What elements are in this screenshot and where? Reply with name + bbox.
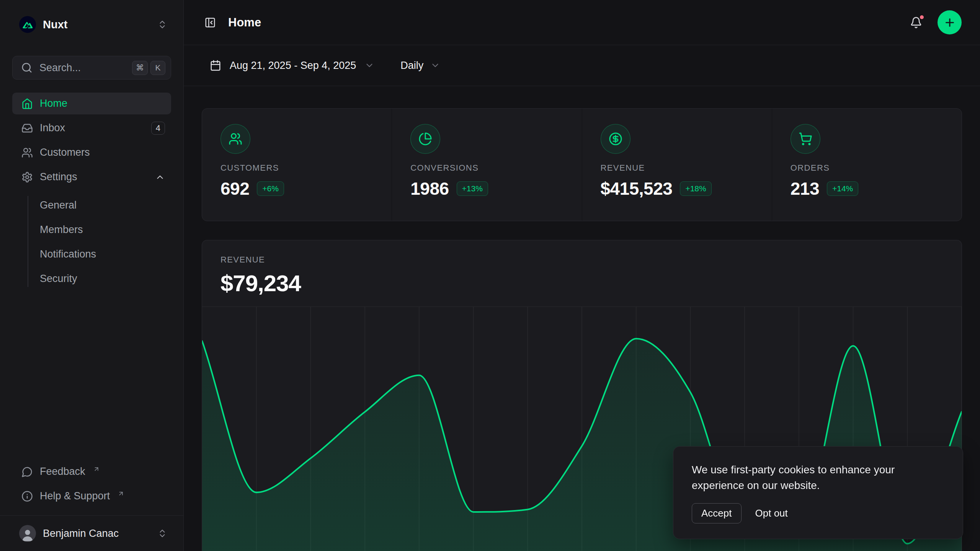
collapse-sidebar-button[interactable] <box>202 15 218 31</box>
sidebar-item-members[interactable]: Members <box>12 217 171 242</box>
external-link-icon <box>118 490 124 497</box>
sidebar-item-label: Home <box>40 98 67 109</box>
stat-label: REVENUE <box>601 163 753 173</box>
notification-dot <box>919 14 925 20</box>
users-icon <box>21 147 33 158</box>
cookie-actions: Accept Opt out <box>692 503 944 523</box>
search-placeholder: Search... <box>39 62 81 74</box>
external-link-icon <box>93 466 100 473</box>
sidebar-item-label: Feedback <box>40 466 85 478</box>
dollar-circle-icon <box>601 124 630 154</box>
sidebar-item-label: Help & Support <box>40 490 110 502</box>
granularity-select[interactable]: Daily <box>396 56 445 75</box>
revenue-chart-header: REVENUE $79,234 <box>202 240 962 297</box>
sidebar-spacer <box>12 291 171 461</box>
filter-bar: Aug 21, 2025 - Sep 4, 2025 Daily <box>184 45 980 86</box>
user-name: Benjamin Canac <box>43 528 119 540</box>
search-shortcut: ⌘ K <box>132 61 165 75</box>
sidebar-item-feedback[interactable]: Feedback <box>12 461 171 483</box>
sidebar-item-notifications[interactable]: Notifications <box>12 242 171 266</box>
subnav-label: Notifications <box>40 248 96 260</box>
stat-customers[interactable]: CUSTOMERS 692 +6% <box>202 109 392 221</box>
sidebar-nav: Home Inbox 4 Customers Settings <box>12 93 171 291</box>
stat-conversions[interactable]: CONVERSIONS 1986 +13% <box>392 109 581 221</box>
sidebar-item-home[interactable]: Home <box>12 93 171 114</box>
sidebar-item-label: Settings <box>40 171 77 183</box>
stat-delta-badge: +13% <box>457 181 488 196</box>
user-menu[interactable]: Benjamin Canac <box>12 522 171 545</box>
sidebar-item-security[interactable]: Security <box>12 266 171 291</box>
stat-label: CUSTOMERS <box>220 163 373 173</box>
pie-chart-icon <box>410 124 440 154</box>
search-input[interactable]: Search... ⌘ K <box>12 56 171 80</box>
stat-delta-badge: +14% <box>827 181 858 196</box>
chevron-down-icon <box>364 60 374 70</box>
users-icon <box>220 124 250 154</box>
chevron-up-icon <box>155 172 165 182</box>
sidebar-item-label: Customers <box>40 147 90 158</box>
workspace-switcher[interactable]: Nuxt <box>12 14 171 35</box>
stat-delta-badge: +6% <box>257 181 284 196</box>
home-icon <box>21 98 33 109</box>
info-circle-icon <box>21 491 33 502</box>
opt-out-button[interactable]: Opt out <box>753 504 790 523</box>
stats-card: CUSTOMERS 692 +6% CONVERSIONS 1986 +13% <box>202 108 962 221</box>
stat-value: 1986 <box>410 178 449 199</box>
stat-value: 213 <box>791 178 819 199</box>
plus-icon <box>944 16 956 29</box>
notifications-button[interactable] <box>908 14 924 31</box>
stat-label: CONVERSIONS <box>410 163 563 173</box>
kbd-k: K <box>150 61 165 75</box>
workspace-name: Nuxt <box>43 18 67 31</box>
revenue-chart-label: REVENUE <box>220 255 943 265</box>
granularity-value: Daily <box>400 60 423 72</box>
sidebar-item-customers[interactable]: Customers <box>12 142 171 163</box>
avatar <box>19 525 36 542</box>
add-button[interactable] <box>938 10 962 34</box>
search-icon <box>21 62 33 73</box>
inbox-count-badge: 4 <box>151 122 165 135</box>
sidebar-item-inbox[interactable]: Inbox 4 <box>12 117 171 139</box>
stat-orders[interactable]: ORDERS 213 +14% <box>772 109 962 221</box>
topbar-actions <box>908 10 962 34</box>
settings-subnav: General Members Notifications Security <box>12 193 171 291</box>
sidebar-footer-nav: Feedback Help & Support <box>12 461 171 507</box>
stat-delta-badge: +18% <box>680 181 711 196</box>
accept-button[interactable]: Accept <box>692 503 742 523</box>
message-bubble-icon <box>21 466 33 478</box>
stat-revenue[interactable]: REVENUE $415,523 +18% <box>582 109 772 221</box>
cookie-message: We use first-party cookies to enhance yo… <box>692 462 929 493</box>
date-range-select[interactable]: Aug 21, 2025 - Sep 4, 2025 <box>205 56 379 75</box>
kbd-cmd: ⌘ <box>132 61 148 75</box>
subnav-label: Members <box>40 224 83 236</box>
stat-value: $415,523 <box>601 178 673 199</box>
inbox-icon <box>21 122 33 134</box>
sidebar-item-settings[interactable]: Settings <box>12 166 171 188</box>
stat-label: ORDERS <box>791 163 943 173</box>
calendar-icon <box>210 60 221 71</box>
stat-value: 692 <box>220 178 249 199</box>
subnav-label: General <box>40 199 77 211</box>
sidebar-item-general[interactable]: General <box>12 193 171 217</box>
sidebar: Nuxt Search... ⌘ K Home <box>0 0 184 551</box>
subnav-label: Security <box>40 273 77 285</box>
revenue-chart-value: $79,234 <box>220 270 943 297</box>
cookie-banner: We use first-party cookies to enhance yo… <box>673 446 963 539</box>
topbar: Home <box>184 0 980 45</box>
page-title: Home <box>228 16 261 29</box>
sidebar-divider <box>0 515 183 516</box>
date-range-value: Aug 21, 2025 - Sep 4, 2025 <box>230 60 356 72</box>
chevron-down-icon <box>430 60 440 70</box>
nuxt-logo-icon <box>19 16 36 33</box>
sidebar-item-help-support[interactable]: Help & Support <box>12 485 171 507</box>
shopping-cart-icon <box>791 124 820 154</box>
chevrons-up-down-icon <box>157 20 167 29</box>
panel-collapse-icon <box>204 17 216 28</box>
sidebar-item-label: Inbox <box>40 122 65 134</box>
gear-icon <box>21 171 33 183</box>
chevrons-up-down-icon <box>157 528 167 538</box>
